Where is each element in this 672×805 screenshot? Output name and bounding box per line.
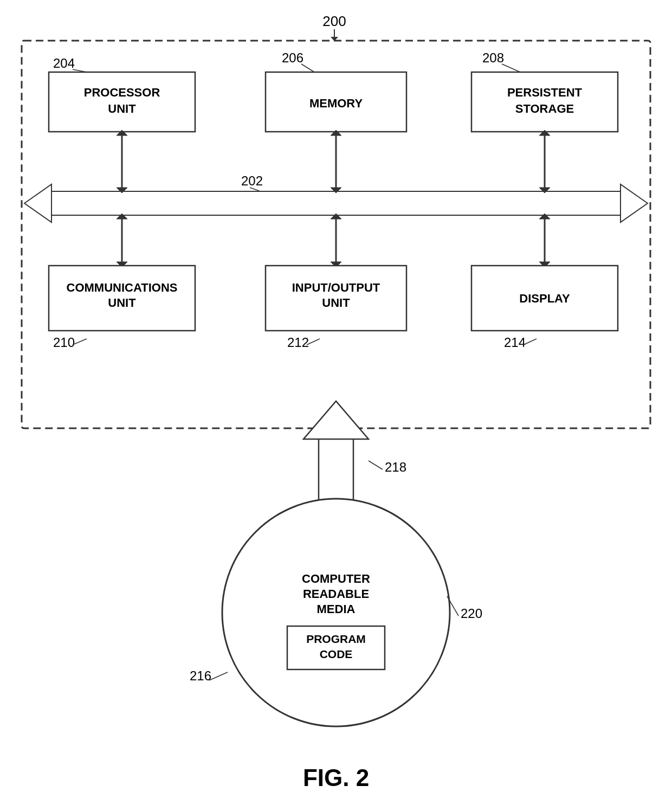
ref-214: 214 bbox=[504, 335, 526, 350]
svg-line-34 bbox=[369, 461, 383, 469]
program-code-label: PROGRAM bbox=[306, 633, 366, 645]
ref-216: 216 bbox=[190, 668, 211, 683]
program-code-label2: CODE bbox=[320, 648, 353, 660]
ref-220: 220 bbox=[461, 606, 482, 621]
persistent-storage-label: PERSISTENT bbox=[507, 86, 583, 99]
svg-line-36 bbox=[209, 672, 228, 680]
ref-204: 204 bbox=[53, 56, 75, 70]
crm-label: COMPUTER bbox=[302, 572, 370, 585]
processor-unit-label: PROCESSOR bbox=[84, 86, 160, 99]
svg-line-3 bbox=[301, 64, 314, 72]
svg-marker-10 bbox=[623, 187, 645, 220]
svg-marker-8 bbox=[27, 187, 49, 220]
svg-line-4 bbox=[502, 64, 520, 72]
svg-marker-33 bbox=[303, 401, 369, 439]
comms-unit-label: COMMUNICATIONS bbox=[67, 281, 178, 294]
crm-label2: READABLE bbox=[303, 587, 369, 601]
io-unit-label2: UNIT bbox=[322, 296, 350, 310]
ref-210: 210 bbox=[53, 335, 75, 350]
ref-218: 218 bbox=[385, 460, 406, 474]
ref-212: 212 bbox=[287, 335, 309, 350]
ref-206: 206 bbox=[282, 50, 303, 65]
ref-202: 202 bbox=[241, 173, 263, 188]
io-unit-label: INPUT/OUTPUT bbox=[292, 281, 380, 294]
crm-label3: MEDIA bbox=[317, 602, 356, 616]
display-label: DISPLAY bbox=[519, 292, 570, 305]
persistent-storage-label2: STORAGE bbox=[515, 102, 574, 115]
memory-label: MEMORY bbox=[309, 96, 363, 110]
ref-208: 208 bbox=[482, 50, 504, 65]
fig-label: FIG. 2 bbox=[303, 764, 369, 791]
processor-unit-label2: UNIT bbox=[108, 102, 136, 115]
svg-rect-6 bbox=[46, 191, 626, 215]
comms-unit-label2: UNIT bbox=[108, 296, 136, 310]
ref-200-label: 200 bbox=[322, 13, 346, 29]
